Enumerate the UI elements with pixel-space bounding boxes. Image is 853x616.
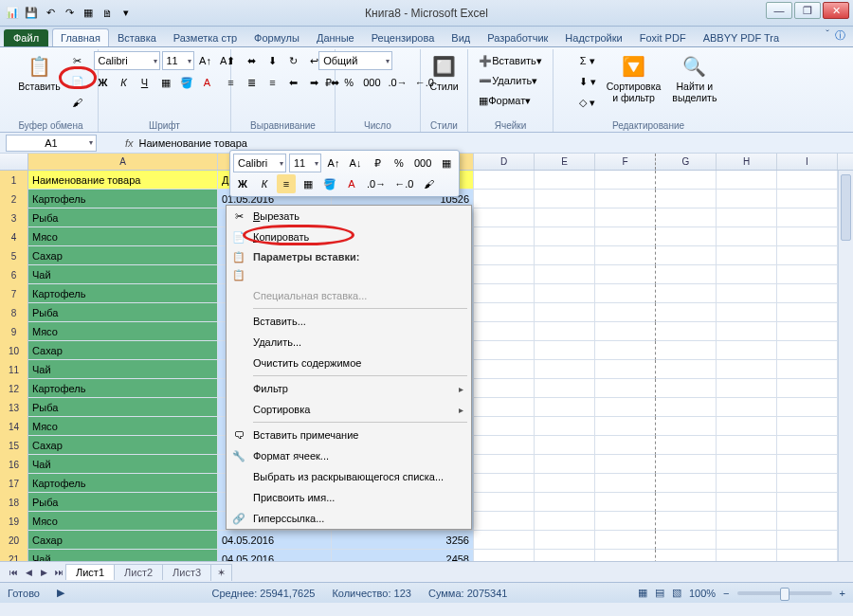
- select-all-corner[interactable]: [0, 154, 28, 170]
- cell[interactable]: [656, 398, 717, 417]
- mini-shrink-font-icon[interactable]: A↓: [346, 154, 365, 172]
- cell[interactable]: Картофель: [28, 284, 218, 303]
- mini-decdec-icon[interactable]: ←.0: [391, 174, 416, 193]
- cell[interactable]: [474, 322, 535, 341]
- cell[interactable]: [777, 550, 838, 561]
- sheet-nav-prev-icon[interactable]: ◀: [21, 565, 36, 580]
- cell[interactable]: [474, 417, 535, 436]
- cell[interactable]: [474, 398, 535, 417]
- mini-font-combo[interactable]: Calibri: [233, 154, 286, 172]
- excel-icon[interactable]: 📊: [4, 5, 21, 22]
- cell[interactable]: [595, 208, 656, 227]
- name-box[interactable]: A1: [6, 135, 97, 152]
- cell[interactable]: [474, 360, 535, 379]
- sheet-tab-2[interactable]: Лист2: [114, 564, 163, 580]
- ctx-define-name[interactable]: Присвоить имя...: [227, 487, 471, 508]
- col-G[interactable]: G: [656, 154, 717, 170]
- row-header[interactable]: 15: [0, 436, 28, 455]
- cell[interactable]: [535, 531, 595, 550]
- cell[interactable]: [656, 284, 717, 303]
- cell[interactable]: [777, 379, 838, 398]
- mini-align-icon[interactable]: ≡: [277, 174, 296, 193]
- tab-home[interactable]: Главная: [52, 28, 109, 46]
- cell[interactable]: [595, 398, 656, 417]
- cell[interactable]: Рыба: [28, 303, 218, 322]
- cell[interactable]: [535, 379, 595, 398]
- undo-icon[interactable]: ↶: [42, 5, 59, 22]
- cell[interactable]: [474, 379, 535, 398]
- cell[interactable]: [777, 246, 838, 265]
- cell[interactable]: [717, 208, 777, 227]
- formula-bar[interactable]: Наименование товара: [139, 137, 247, 149]
- cell[interactable]: [595, 455, 656, 474]
- row-header[interactable]: 12: [0, 379, 28, 398]
- cell[interactable]: [474, 436, 535, 455]
- view-layout-icon[interactable]: ▤: [655, 587, 664, 599]
- mini-italic-button[interactable]: К: [255, 174, 274, 193]
- cell[interactable]: [656, 171, 717, 190]
- cells-format-button[interactable]: ▦ Формат ▾: [476, 91, 534, 110]
- zoom-slider[interactable]: [737, 591, 832, 595]
- cell[interactable]: Наименование товара: [28, 171, 218, 190]
- row-header[interactable]: 16: [0, 455, 28, 474]
- cell[interactable]: [656, 493, 717, 512]
- cell[interactable]: [777, 398, 838, 417]
- comma-icon[interactable]: 000: [360, 73, 383, 92]
- align-center-icon[interactable]: ≣: [243, 73, 262, 92]
- tab-view[interactable]: Вид: [443, 28, 479, 46]
- cell[interactable]: [595, 190, 656, 208]
- indent-dec-icon[interactable]: ⬅: [284, 73, 303, 92]
- cell[interactable]: [535, 303, 595, 322]
- mini-fontcolor-icon[interactable]: A: [342, 174, 361, 193]
- cell[interactable]: [777, 455, 838, 474]
- cell[interactable]: [656, 360, 717, 379]
- cell[interactable]: [474, 265, 535, 284]
- cell[interactable]: 04.05.2016: [218, 531, 332, 550]
- italic-button[interactable]: К: [115, 73, 134, 92]
- ctx-delete[interactable]: Удалить...: [227, 332, 471, 353]
- status-macro-icon[interactable]: ▶: [57, 587, 64, 599]
- mini-grow-font-icon[interactable]: A↑: [324, 154, 343, 172]
- cell[interactable]: [535, 360, 595, 379]
- cell[interactable]: [474, 227, 535, 246]
- cell[interactable]: [656, 417, 717, 436]
- cell[interactable]: [474, 208, 535, 227]
- cell[interactable]: [535, 171, 595, 190]
- ctx-pick-from-list[interactable]: Выбрать из раскрывающегося списка...: [227, 466, 471, 487]
- cell[interactable]: [656, 265, 717, 284]
- col-A[interactable]: A: [28, 154, 218, 170]
- mini-border-icon[interactable]: ▦: [299, 174, 318, 193]
- cell[interactable]: [656, 436, 717, 455]
- cell[interactable]: [656, 455, 717, 474]
- cell[interactable]: Чай: [28, 265, 218, 284]
- align-middle-icon[interactable]: ⬌: [243, 51, 262, 70]
- row-header[interactable]: 2: [0, 190, 28, 208]
- row-header[interactable]: 20: [0, 531, 28, 550]
- tab-developer[interactable]: Разработчик: [479, 28, 556, 46]
- cell[interactable]: Сахар: [28, 246, 218, 265]
- cell[interactable]: [777, 474, 838, 493]
- cell[interactable]: [777, 512, 838, 531]
- bold-button[interactable]: Ж: [94, 73, 113, 92]
- cell[interactable]: [595, 550, 656, 561]
- cell[interactable]: [656, 208, 717, 227]
- cell[interactable]: [717, 455, 777, 474]
- minimize-button[interactable]: —: [766, 2, 792, 19]
- cell[interactable]: [474, 531, 535, 550]
- cell[interactable]: [656, 550, 717, 561]
- mini-merge-icon[interactable]: ▦: [437, 154, 456, 172]
- cell[interactable]: [535, 455, 595, 474]
- row-header[interactable]: 7: [0, 284, 28, 303]
- ctx-copy[interactable]: 📄Копировать: [227, 226, 471, 247]
- sort-filter-button[interactable]: 🔽 Сортировка и фильтр: [603, 51, 665, 105]
- cell[interactable]: [777, 303, 838, 322]
- mini-percent-icon[interactable]: %: [390, 154, 408, 172]
- fill-color-icon[interactable]: 🪣: [177, 73, 196, 92]
- cell[interactable]: [535, 512, 595, 531]
- cell[interactable]: Мясо: [28, 417, 218, 436]
- cell[interactable]: [595, 436, 656, 455]
- mini-painter-icon[interactable]: 🖌: [419, 174, 438, 193]
- cell[interactable]: [474, 246, 535, 265]
- col-H[interactable]: H: [717, 154, 777, 170]
- cell[interactable]: [717, 360, 777, 379]
